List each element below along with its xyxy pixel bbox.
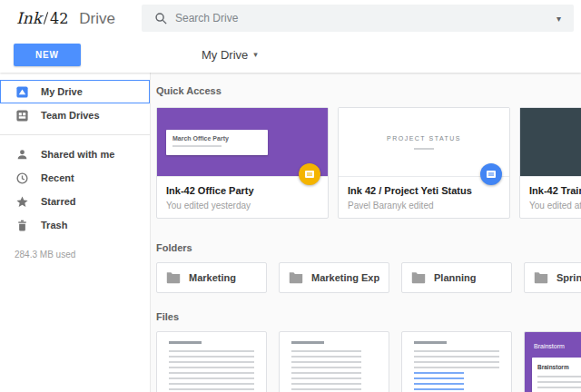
doc-text-lines	[169, 350, 254, 392]
slide-title: Brainstorm	[537, 364, 581, 370]
sidebar-item-label: Shared with me	[41, 149, 114, 160]
slide-title: March Office Party	[172, 135, 261, 142]
file-document-thumbnail[interactable]	[279, 331, 389, 392]
slide-preview: March Office Party	[166, 130, 268, 155]
folder-name: Marketing	[189, 272, 236, 283]
docs-file-icon	[480, 163, 502, 185]
quick-access-heading: Quick Access	[156, 85, 581, 96]
folders-row: Marketing Marketing Expo Planning Spring…	[156, 262, 581, 293]
slides-thumbnail: March Office Party	[157, 108, 328, 177]
doc-heading-line	[169, 341, 202, 344]
file-title: Ink 42 / Project Yeti Status	[348, 185, 500, 196]
folder-spring[interactable]: Spring 1	[524, 262, 581, 293]
slide-preview: Brainstorm	[532, 358, 581, 392]
sidebar-item-team-drives[interactable]: Team Drives	[0, 103, 150, 127]
file-subtitle: Pavel Baranyk edited	[348, 201, 500, 211]
folder-marketing-expo[interactable]: Marketing Expo	[279, 262, 389, 293]
sidebar-item-trash[interactable]: Trash	[0, 213, 150, 237]
document-thumbnail: PROJECT STATUS	[339, 108, 509, 177]
doc-heading-line	[414, 341, 447, 344]
folder-icon	[411, 271, 426, 284]
sidebar-item-label: My Drive	[41, 86, 83, 97]
file-title: Ink-42 Training	[529, 185, 581, 196]
folder-icon	[534, 271, 548, 284]
folder-marketing[interactable]: Marketing	[156, 262, 267, 293]
file-slides-thumbnail[interactable]: Brainstorm Brainstorm	[524, 331, 581, 392]
sidebar-item-starred[interactable]: Starred	[0, 190, 150, 213]
doc-heading-line	[291, 341, 324, 344]
body: My Drive Team Drives Shared with me Re	[0, 73, 581, 392]
folder-name: Spring 1	[556, 272, 581, 283]
recent-icon	[15, 171, 29, 185]
search-icon	[154, 12, 168, 25]
trash-icon	[15, 218, 29, 232]
sidebar-item-label: Team Drives	[41, 110, 100, 121]
slide-deck-title: Brainstorm	[534, 343, 565, 349]
card-meta: Ink-42 Training You edited at 2	[520, 177, 581, 218]
storage-used-label: 284.3 MB used	[0, 250, 150, 260]
files-heading: Files	[156, 311, 581, 322]
new-button-container: NEW	[0, 44, 151, 66]
sidebar-item-shared-with-me[interactable]: Shared with me	[0, 142, 150, 166]
quick-access-card-office-party[interactable]: March Office Party Ink-42 Office Party Y…	[156, 107, 329, 219]
thumb-line	[414, 148, 434, 150]
doc-link-lines	[414, 372, 464, 392]
sidebar: My Drive Team Drives Shared with me Re	[0, 73, 151, 392]
folder-name: Marketing Expo	[311, 272, 379, 283]
search-bar[interactable]: ▾	[142, 5, 574, 32]
slide-subtitle-line	[172, 145, 222, 147]
card-meta: Ink 42 / Project Yeti Status Pavel Baran…	[339, 177, 509, 218]
quick-access-row: March Office Party Ink-42 Office Party Y…	[156, 107, 581, 219]
chevron-down-icon[interactable]: ▾	[553, 12, 565, 25]
sidebar-divider	[0, 134, 150, 135]
sidebar-item-recent[interactable]: Recent	[0, 166, 150, 190]
slide-text-lines	[537, 376, 581, 392]
top-chrome: Ink 42 Drive ▾ NEW My Drive ▾	[0, 0, 581, 73]
star-icon	[15, 194, 29, 209]
logo-42-text: 42	[50, 10, 68, 27]
folder-name: Planning	[434, 272, 476, 283]
logo-divider	[44, 12, 48, 24]
sidebar-item-my-drive[interactable]: My Drive	[0, 80, 150, 103]
folder-planning[interactable]: Planning	[401, 262, 512, 293]
logo[interactable]: Ink 42 Drive	[0, 9, 142, 28]
quick-access-card-training[interactable]: Ink-42 Training You edited at 2	[519, 107, 581, 219]
top-header: Ink 42 Drive ▾	[0, 0, 581, 36]
slides-file-icon	[299, 163, 320, 185]
file-document-thumbnail[interactable]	[156, 331, 267, 392]
search-input[interactable]	[175, 12, 553, 24]
main-content: Quick Access March Office Party Ink-42 O…	[151, 73, 581, 392]
my-drive-icon	[15, 84, 29, 99]
card-meta: Ink-42 Office Party You edited yesterday	[157, 177, 328, 218]
thumb-title: PROJECT STATUS	[339, 135, 509, 142]
file-document-thumbnail[interactable]	[401, 331, 512, 392]
chevron-down-icon: ▾	[253, 50, 258, 59]
new-button[interactable]: NEW	[14, 44, 81, 66]
drive-app: Ink 42 Drive ▾ NEW My Drive ▾	[0, 0, 581, 392]
file-subtitle: You edited at 2	[529, 201, 581, 211]
shared-icon	[15, 147, 29, 162]
doc-text-lines	[291, 350, 361, 392]
logo-ink-text: Ink	[16, 9, 42, 27]
file-title: Ink-42 Office Party	[166, 185, 319, 196]
breadcrumb[interactable]: My Drive ▾	[202, 48, 258, 62]
folder-icon	[289, 271, 303, 284]
sidebar-item-label: Starred	[41, 196, 76, 207]
sidebar-item-label: Recent	[41, 172, 74, 183]
app-name: Drive	[79, 10, 115, 28]
team-drives-icon	[15, 108, 29, 122]
breadcrumb-label: My Drive	[202, 48, 248, 62]
folders-heading: Folders	[156, 242, 581, 253]
files-row: Brainstorm Brainstorm	[156, 331, 581, 392]
file-subtitle: You edited yesterday	[166, 201, 319, 211]
slides-thumbnail	[520, 108, 581, 177]
toolbar: NEW My Drive ▾	[0, 36, 581, 73]
folder-icon	[166, 271, 181, 284]
quick-access-card-project-yeti[interactable]: PROJECT STATUS Ink 42 / Project Yeti Sta…	[338, 107, 510, 219]
sidebar-item-label: Trash	[41, 220, 67, 230]
